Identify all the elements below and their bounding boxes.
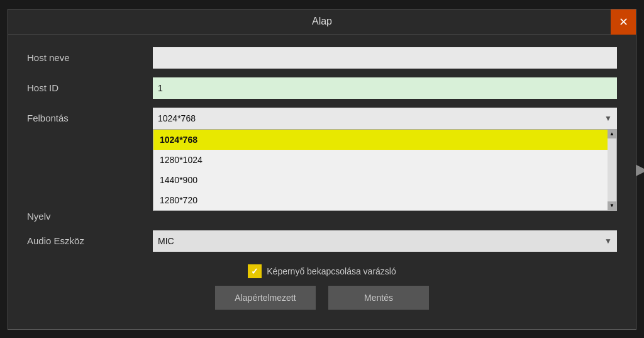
host-id-row: Host ID — [27, 77, 617, 99]
checkbox-icon: ✓ — [248, 264, 262, 278]
button-row: Alapértelmezett Mentés — [27, 286, 617, 310]
dropdown-item-2[interactable]: 1280*1024 — [153, 150, 616, 170]
form-content: Host neve Host ID Felbontás 1024*768 ▼ 1… — [8, 35, 636, 322]
dropdown-item-label-2: 1280*1024 — [160, 155, 203, 165]
felbontas-arrow: ▼ — [604, 114, 612, 123]
title-bar: Alap ✕ — [8, 9, 636, 35]
default-button[interactable]: Alapértelmezett — [215, 286, 316, 310]
dropdown-item-1[interactable]: 1024*768 — [153, 130, 616, 150]
felbontas-select[interactable]: 1024*768 ▼ — [153, 108, 617, 129]
scroll-down-button[interactable]: ▼ — [608, 201, 616, 210]
checkbox-row: ✓ Képernyő bekapcsolása varázsló — [27, 264, 617, 278]
audio-value: MIC — [158, 236, 174, 246]
audio-select[interactable]: MIC ▼ — [153, 230, 617, 252]
dropdown-item-label-4: 1280*720 — [160, 195, 197, 205]
dialog-title: Alap — [312, 16, 332, 27]
audio-label: Audio Eszköz — [27, 235, 153, 246]
nyelv-label: Nyelv — [27, 211, 153, 222]
audio-select-wrapper: MIC ▼ — [153, 230, 617, 252]
felbontas-value: 1024*768 — [158, 113, 196, 123]
dropdown-item-label-1: 1024*768 — [160, 135, 197, 145]
nyelv-row: Nyelv — [27, 211, 617, 222]
checkmark: ✓ — [251, 266, 258, 276]
felbontas-row: Felbontás 1024*768 ▼ 1024*768 1280*1024 … — [27, 108, 617, 129]
close-button[interactable]: ✕ — [611, 9, 636, 35]
host-id-input[interactable] — [153, 77, 617, 99]
host-neve-label: Host neve — [27, 52, 153, 63]
host-neve-row: Host neve — [27, 47, 617, 69]
right-arrow-indicator: ▶ — [636, 161, 644, 178]
felbontas-label: Felbontás — [27, 113, 153, 123]
felbontas-dropdown: 1024*768 1280*1024 1440*900 1280*720 ▲ — [153, 129, 617, 211]
dropdown-item-4[interactable]: 1280*720 — [153, 190, 616, 210]
checkbox-wrapper[interactable]: ✓ Képernyő bekapcsolása varázsló — [248, 264, 396, 278]
dropdown-item-label-3: 1440*900 — [160, 175, 197, 185]
dropdown-scrollbar: ▲ ▼ — [608, 130, 616, 210]
close-icon: ✕ — [619, 15, 628, 29]
audio-row: Audio Eszköz MIC ▼ — [27, 230, 617, 252]
scroll-up-button[interactable]: ▲ — [608, 130, 616, 138]
host-id-label: Host ID — [27, 82, 153, 93]
dialog: Alap ✕ Host neve Host ID Felbontás 1024*… — [8, 9, 636, 330]
dropdown-item-3[interactable]: 1440*900 — [153, 170, 616, 190]
audio-arrow: ▼ — [604, 237, 612, 245]
host-neve-input[interactable] — [153, 47, 617, 69]
scroll-track — [608, 138, 616, 201]
save-button[interactable]: Mentés — [328, 286, 429, 310]
felbontas-select-wrapper: 1024*768 ▼ 1024*768 1280*1024 1440*900 — [153, 108, 617, 129]
checkbox-label: Képernyő bekapcsolása varázsló — [267, 266, 396, 276]
